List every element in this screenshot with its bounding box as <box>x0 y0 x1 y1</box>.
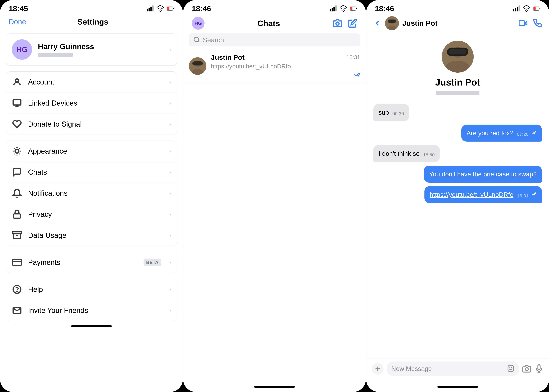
settings-item-notifications[interactable]: Notifications › <box>6 183 177 204</box>
donate-chevron-icon: › <box>169 121 171 127</box>
message-time-5: 16:31 <box>517 193 528 199</box>
message-bubble-2: Are you red fox? 07:20 <box>461 125 542 142</box>
monitor-icon <box>12 98 22 108</box>
settings-item-account[interactable]: Account › <box>6 72 177 93</box>
svg-line-16 <box>14 154 14 154</box>
settings-item-privacy[interactable]: Privacy › <box>6 204 177 225</box>
svg-line-12 <box>14 148 14 149</box>
add-attachment-button[interactable] <box>372 363 383 375</box>
settings-group-payments: Payments BETA › <box>6 252 177 273</box>
message-bubble-4: You don't have the briefcase to swap? <box>424 166 542 183</box>
settings-item-appearance[interactable]: Appearance › <box>6 141 177 162</box>
contact-hero-name: Justin Pot <box>435 77 480 88</box>
chats-label: Chats <box>28 168 163 176</box>
settings-nav: Done Settings <box>0 14 183 30</box>
search-bar[interactable]: Search <box>189 33 360 46</box>
video-call-icon[interactable] <box>519 19 527 28</box>
svg-rect-6 <box>167 7 169 10</box>
help-label: Help <box>28 285 163 294</box>
time-3: 18:46 <box>375 4 394 13</box>
done-button[interactable]: Done <box>9 18 26 26</box>
wifi-icon <box>156 5 164 12</box>
payments-label: Payments <box>28 258 138 266</box>
settings-group-1: Account › Linked Devices › Donate to Sig… <box>6 71 177 135</box>
chats-chevron-icon: › <box>169 169 171 175</box>
svg-rect-43 <box>519 5 520 11</box>
svg-rect-42 <box>517 7 518 12</box>
svg-point-29 <box>343 11 344 12</box>
chat-time-justin: 16:31 <box>346 54 360 61</box>
user-avatar-small[interactable]: HG <box>192 17 205 30</box>
bell-icon <box>12 188 22 198</box>
settings-item-linked-devices[interactable]: Linked Devices › <box>6 93 177 114</box>
phone-icon[interactable] <box>533 19 542 28</box>
message-bubble-5: https://youtu.be/t_vULnoDRfo 16:31 <box>424 186 542 203</box>
profile-subtitle <box>38 53 73 57</box>
search-placeholder: Search <box>203 36 224 44</box>
svg-rect-1 <box>148 8 150 12</box>
settings-item-help[interactable]: Help › <box>6 279 177 300</box>
heart-icon <box>12 119 22 129</box>
contact-hero-subtitle <box>436 91 480 95</box>
message-time-1: 00:30 <box>392 111 404 117</box>
linked-devices-label: Linked Devices <box>28 99 163 107</box>
svg-rect-58 <box>508 366 514 371</box>
conv-header: Justin Pot <box>366 14 549 32</box>
status-bar-3: 18:46 <box>366 0 549 14</box>
appearance-label: Appearance <box>28 147 163 155</box>
svg-line-13 <box>20 154 20 154</box>
account-chevron-icon: › <box>169 79 171 85</box>
archive-icon <box>12 230 22 241</box>
settings-screen: 18:45 Done <box>0 0 183 392</box>
messages-area: sup 00:30 Are you red fox? 07:20 I don't… <box>366 101 549 358</box>
settings-item-data-usage[interactable]: Data Usage › <box>6 225 177 246</box>
message-input-field[interactable]: New Message <box>387 362 519 376</box>
svg-rect-41 <box>515 8 516 12</box>
beta-badge: BETA <box>144 259 161 266</box>
chats-title: Chats <box>257 19 280 28</box>
message-row-4: You don't have the briefcase to swap? <box>373 166 542 183</box>
message-row-5: https://youtu.be/t_vULnoDRfo 16:31 <box>373 186 542 203</box>
profile-card[interactable]: HG Harry Guinness › <box>6 33 177 66</box>
camera-input-icon[interactable] <box>522 364 531 373</box>
message-bubble-3: I don't think so 15:50 <box>373 145 440 162</box>
message-row-2: Are you red fox? 07:20 <box>373 125 542 142</box>
home-indicator-3 <box>366 382 549 392</box>
check-icon-2 <box>531 129 537 138</box>
message-text-5[interactable]: https://youtu.be/t_vULnoDRfo <box>430 190 514 199</box>
compose-icon[interactable] <box>348 19 357 28</box>
chat-item-justin[interactable]: Justin Pot 16:31 https://youtu.be/t_vULn… <box>183 49 366 83</box>
status-icons-1 <box>146 5 174 12</box>
battery-icon <box>167 5 174 12</box>
svg-rect-3 <box>152 5 153 11</box>
settings-title: Settings <box>77 17 108 26</box>
back-button[interactable] <box>373 19 382 27</box>
svg-rect-40 <box>513 9 514 11</box>
svg-rect-26 <box>332 8 333 12</box>
conv-avatar <box>385 16 399 30</box>
mic-icon[interactable] <box>535 364 543 373</box>
wifi-icon-3 <box>523 5 530 12</box>
battery-icon-3 <box>533 5 541 12</box>
contact-hero-avatar <box>442 41 474 73</box>
settings-item-payments[interactable]: Payments BETA › <box>6 252 177 273</box>
svg-rect-19 <box>13 232 21 234</box>
notifications-label: Notifications <box>28 189 163 197</box>
svg-rect-8 <box>13 100 21 105</box>
svg-point-4 <box>160 11 161 12</box>
svg-rect-25 <box>330 9 331 11</box>
battery-icon-2 <box>350 5 357 12</box>
settings-item-invite[interactable]: Invite Your Friends › <box>6 300 177 321</box>
camera-icon[interactable] <box>333 19 342 28</box>
settings-item-donate[interactable]: Donate to Signal › <box>6 114 177 135</box>
check-icon-5 <box>531 190 537 199</box>
settings-item-chats[interactable]: Chats › <box>6 162 177 183</box>
svg-point-32 <box>336 22 339 25</box>
time-1: 18:45 <box>9 4 28 13</box>
svg-point-44 <box>526 11 527 12</box>
svg-rect-39 <box>192 61 203 65</box>
wifi-icon-2 <box>340 5 347 12</box>
svg-rect-55 <box>449 49 466 55</box>
message-row-3: I don't think so 15:50 <box>373 145 542 162</box>
read-receipt-icon <box>353 71 360 78</box>
